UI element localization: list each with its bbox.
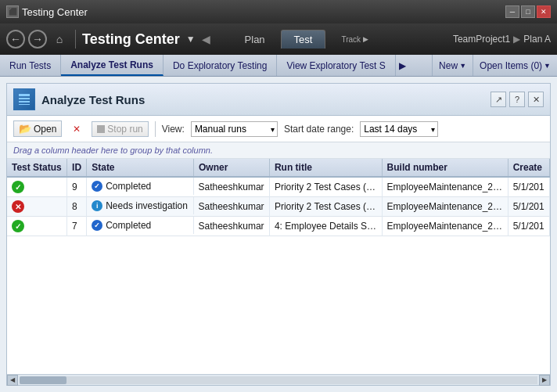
- cell-run-title: Priority 2 Test Cases (…: [269, 197, 382, 217]
- sub-nav-view-exploratory[interactable]: View Exploratory Test S: [277, 55, 395, 76]
- table-wrapper[interactable]: Test Status ID State Owner Run title Bui…: [7, 159, 550, 374]
- breadcrumb-sep: ▶: [513, 34, 520, 45]
- date-select-wrapper: Last 14 daysLast 30 daysLast 7 daysAll: [360, 121, 438, 137]
- cell-id: 8: [67, 197, 87, 217]
- sub-nav-analyze-test-runs[interactable]: Analyze Test Runs: [61, 55, 164, 76]
- sub-nav-run-tests[interactable]: Run Tests: [0, 55, 61, 76]
- horizontal-scrollbar[interactable]: ◀ ▶: [7, 374, 550, 385]
- track-arrow: ▶: [363, 35, 368, 43]
- sub-nav-more[interactable]: ▶: [396, 55, 409, 76]
- cell-state: ✓Completed: [87, 217, 193, 234]
- cell-owner: Satheeshkumar: [194, 197, 270, 217]
- nav-divider: [75, 30, 76, 49]
- col-created[interactable]: Create: [508, 159, 549, 177]
- new-dropdown-arrow: ▼: [459, 62, 466, 70]
- nav-tabs: Plan Test Track ▶: [232, 30, 382, 49]
- cell-build-number: EmployeeMaintenance_2…: [382, 177, 508, 197]
- home-button[interactable]: ⌂: [50, 30, 69, 49]
- cell-created: 5/1/201: [508, 197, 549, 217]
- app-title-arrow[interactable]: ▼: [186, 34, 196, 45]
- table-row[interactable]: ✓9✓CompletedSatheeshkumarPriority 2 Test…: [7, 177, 550, 197]
- cancel-button[interactable]: ✕: [68, 122, 85, 136]
- tab-track[interactable]: Track ▶: [329, 32, 381, 47]
- title-bar: ⬛ Testing Center ─ □ ✕: [0, 0, 557, 23]
- panel-icon: [13, 88, 35, 110]
- col-state[interactable]: State: [87, 159, 194, 177]
- back-button[interactable]: ←: [6, 30, 25, 49]
- cell-build-number: EmployeeMaintenance_2…: [382, 197, 508, 217]
- sub-nav-new[interactable]: New ▼: [432, 55, 473, 76]
- cell-id: 7: [67, 217, 87, 236]
- nav-sep: ◀: [202, 33, 210, 45]
- view-select[interactable]: Manual runsAll runsAutomated runs: [191, 121, 278, 137]
- table-row[interactable]: ✕8iNeeds investigationSatheeshkumarPrior…: [7, 197, 550, 217]
- close-button[interactable]: ✕: [537, 5, 551, 18]
- view-select-wrapper: Manual runsAll runsAutomated runs: [191, 121, 278, 137]
- results-table: Test Status ID State Owner Run title Bui…: [7, 159, 550, 236]
- title-bar-title: Testing Center: [22, 6, 88, 18]
- cell-owner: Satheeshkumar: [194, 177, 270, 197]
- cell-run-title: 4: Employee Details S…: [269, 217, 382, 236]
- window-header: Analyze Test Runs ↗ ? ✕: [7, 84, 550, 116]
- cell-status: ✓: [7, 217, 67, 236]
- panel-export-button[interactable]: ↗: [491, 92, 506, 107]
- panel-help-button[interactable]: ?: [509, 92, 525, 107]
- date-range-label: Start date range:: [284, 124, 354, 135]
- scrollbar-thumb[interactable]: [20, 376, 66, 384]
- minimize-button[interactable]: ─: [505, 5, 519, 18]
- col-id[interactable]: ID: [67, 159, 87, 177]
- stop-run-button[interactable]: Stop run: [92, 121, 148, 137]
- tab-test[interactable]: Test: [281, 30, 326, 49]
- toolbar-sep: [155, 121, 156, 137]
- svg-rect-3: [19, 104, 30, 105]
- sub-nav-right: New ▼ Open Items (0) ▼: [432, 55, 557, 76]
- maximize-button[interactable]: □: [521, 5, 535, 18]
- cell-status: ✕: [7, 197, 67, 217]
- table-header-row: Test Status ID State Owner Run title Bui…: [7, 159, 550, 177]
- stop-icon: [97, 125, 105, 133]
- cell-id: 9: [67, 177, 87, 197]
- svg-rect-0: [19, 94, 30, 96]
- svg-rect-2: [19, 101, 30, 102]
- breadcrumb: TeamProject1 ▶ Plan A: [453, 34, 551, 45]
- cell-owner: Satheeshkumar: [194, 217, 270, 236]
- title-bar-left: ⬛ Testing Center: [6, 5, 88, 18]
- cell-state: ✓Completed: [87, 178, 193, 195]
- sub-nav-open-items[interactable]: Open Items (0) ▼: [473, 55, 557, 76]
- open-items-arrow: ▼: [544, 62, 551, 70]
- scrollbar-track[interactable]: [20, 376, 537, 384]
- forward-button[interactable]: →: [28, 30, 47, 49]
- cell-created: 5/1/201: [508, 177, 549, 197]
- window-title-area: Analyze Test Runs: [13, 88, 145, 110]
- cell-status: ✓: [7, 177, 67, 197]
- cell-created: 5/1/201: [508, 217, 549, 236]
- group-hint: Drag a column header here to group by th…: [7, 142, 550, 159]
- date-select[interactable]: Last 14 daysLast 30 daysLast 7 daysAll: [360, 121, 438, 137]
- panel-close-button[interactable]: ✕: [528, 92, 544, 107]
- app-title: Testing Center: [82, 31, 180, 48]
- open-icon: 📂: [19, 123, 31, 135]
- table-row[interactable]: ✓7✓CompletedSatheeshkumar4: Employee Det…: [7, 217, 550, 236]
- window-header-buttons: ↗ ? ✕: [491, 92, 544, 107]
- cell-state: iNeeds investigation: [87, 197, 193, 214]
- nav-bar: ← → ⌂ Testing Center ▼ ◀ Plan Test Track…: [0, 23, 557, 55]
- panel-title: Analyze Test Runs: [41, 93, 145, 106]
- cell-run-title: Priority 2 Test Cases (…: [269, 177, 382, 197]
- cell-build-number: EmployeeMaintenance_2…: [382, 217, 508, 236]
- sub-nav-do-exploratory[interactable]: Do Exploratory Testing: [164, 55, 278, 76]
- col-run-title[interactable]: Run title: [269, 159, 382, 177]
- breadcrumb-plan: Plan A: [523, 34, 551, 45]
- main-content: Analyze Test Runs ↗ ? ✕ 📂 Open ✕ Stop ru…: [0, 77, 557, 392]
- col-test-status[interactable]: Test Status: [7, 159, 67, 177]
- svg-rect-1: [19, 98, 30, 99]
- toolbar: 📂 Open ✕ Stop run View: Manual runsAll r…: [7, 116, 550, 142]
- breadcrumb-project: TeamProject1: [453, 34, 510, 45]
- col-owner[interactable]: Owner: [194, 159, 270, 177]
- scroll-left-button[interactable]: ◀: [7, 375, 18, 386]
- open-button[interactable]: 📂 Open: [13, 120, 62, 137]
- sub-nav: Run Tests Analyze Test Runs Do Explorato…: [0, 55, 557, 77]
- view-label: View:: [162, 124, 185, 135]
- scroll-right-button[interactable]: ▶: [539, 375, 550, 386]
- col-build-number[interactable]: Build number: [382, 159, 508, 177]
- tab-plan[interactable]: Plan: [232, 31, 278, 49]
